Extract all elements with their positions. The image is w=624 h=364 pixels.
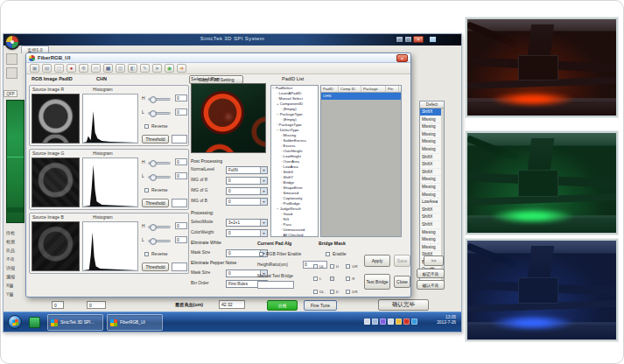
confirm-defect-button[interactable]: 确认不良 bbox=[417, 280, 445, 290]
reverse-checkbox[interactable] bbox=[144, 252, 149, 256]
defect-row[interactable]: ShiftX bbox=[420, 108, 444, 116]
defect-row[interactable]: ShiftX bbox=[420, 206, 444, 214]
zoom-icon[interactable]: ◫ bbox=[54, 64, 64, 73]
bridge-checkbox[interactable] bbox=[313, 264, 318, 269]
sidebar-qfp-tab[interactable]: QFP bbox=[4, 90, 18, 97]
bridge-cell-dl[interactable]: DL bbox=[313, 285, 330, 298]
manual-test-bridge-field[interactable] bbox=[257, 281, 294, 289]
confirm-complete-button[interactable]: 确认完毕 bbox=[378, 299, 429, 311]
fine-tune-button[interactable]: Fine Tune bbox=[304, 300, 337, 311]
sidebar-tool-2[interactable] bbox=[6, 67, 18, 79]
reverse-checkbox[interactable] bbox=[144, 124, 149, 129]
status-field-2[interactable]: 0 bbox=[87, 301, 106, 309]
compare-icon[interactable]: ◧ bbox=[128, 64, 137, 73]
threshold-button[interactable]: Threshold bbox=[142, 199, 169, 207]
bridge-cell-r[interactable]: R bbox=[346, 273, 362, 286]
minimize-button[interactable]: – bbox=[396, 36, 403, 43]
dialog-close-button[interactable]: × bbox=[396, 54, 408, 62]
status-field-1[interactable]: 0 bbox=[52, 301, 64, 309]
bridge-checkbox[interactable] bbox=[313, 290, 318, 294]
rgb-filter-checkbox[interactable] bbox=[259, 252, 263, 256]
defect-row[interactable]: Missing bbox=[420, 176, 444, 184]
network-icon[interactable] bbox=[411, 318, 417, 325]
antivirus-icon[interactable] bbox=[396, 318, 402, 325]
close-button[interactable]: × bbox=[413, 36, 424, 43]
defect-row[interactable]: Missing bbox=[420, 123, 444, 131]
defect-row[interactable]: ShiftX bbox=[420, 214, 444, 221]
hidden-icons-arrow[interactable] bbox=[364, 318, 370, 325]
help-icon[interactable]: ➜ bbox=[177, 64, 186, 73]
normallevel-select[interactable]: FullN bbox=[226, 166, 268, 174]
threshold-button[interactable]: Threshold bbox=[142, 135, 169, 144]
taskbar-clock[interactable]: 13:05 2012-7-26 bbox=[437, 315, 456, 326]
layers-icon[interactable]: ▥ bbox=[116, 64, 125, 73]
threshold-button[interactable]: Threshold bbox=[142, 262, 169, 271]
defect-list-header[interactable]: Defect bbox=[420, 102, 444, 108]
maximize-button[interactable]: □ bbox=[404, 36, 412, 43]
save-button[interactable]: Save bbox=[394, 255, 410, 267]
defect-row[interactable]: Missing bbox=[420, 138, 444, 146]
bridge-enable-checkbox[interactable] bbox=[326, 252, 330, 256]
help-button[interactable] bbox=[429, 36, 437, 43]
l-slider[interactable] bbox=[148, 240, 171, 242]
threshold-value-field[interactable] bbox=[172, 262, 187, 271]
l-value-field[interactable]: 0 bbox=[175, 236, 187, 243]
record-icon[interactable]: ● bbox=[67, 64, 76, 73]
test-bridge-button[interactable]: Test Bridge bbox=[364, 274, 390, 290]
defect-row[interactable]: Missing bbox=[420, 131, 444, 139]
defect-row[interactable]: Missing bbox=[420, 192, 444, 200]
l-value-field[interactable]: 0 bbox=[175, 108, 187, 116]
usb-icon[interactable] bbox=[372, 318, 378, 325]
bridge-checkbox[interactable] bbox=[346, 290, 350, 294]
defect-row[interactable]: ShiftX bbox=[420, 169, 444, 177]
tree-item[interactable]: · All Checked bbox=[271, 233, 318, 237]
h-slider[interactable] bbox=[148, 162, 171, 164]
expand-button[interactable]: >> bbox=[424, 256, 444, 266]
mark-defect-button[interactable]: 标记不良 bbox=[417, 269, 445, 278]
defect-row[interactable]: ShiftX bbox=[420, 221, 444, 229]
pencil-icon[interactable]: ✎ bbox=[140, 64, 150, 73]
l-slider[interactable] bbox=[148, 176, 171, 178]
ime-icon[interactable] bbox=[380, 318, 386, 325]
l-slider[interactable] bbox=[148, 112, 171, 115]
defect-row[interactable]: ShiftX bbox=[420, 154, 444, 162]
threshold-value-field[interactable] bbox=[172, 135, 187, 144]
cursor-icon[interactable]: ➤ bbox=[152, 64, 162, 73]
h-slider[interactable] bbox=[148, 98, 171, 101]
defect-row[interactable]: ShiftX bbox=[420, 161, 444, 169]
defect-row[interactable]: Missing bbox=[420, 229, 444, 237]
measure-icon[interactable]: ▭ bbox=[91, 64, 101, 73]
pass-button[interactable]: 合格 bbox=[267, 300, 298, 311]
img-of-b-select[interactable]: 0 bbox=[226, 198, 268, 206]
close-dialog-button[interactable]: Close bbox=[394, 276, 410, 288]
bridge-checkbox[interactable] bbox=[346, 264, 350, 269]
sidebar-tool-1[interactable] bbox=[6, 53, 18, 65]
defect-row[interactable]: Missing bbox=[420, 146, 444, 154]
move-icon[interactable]: ✥ bbox=[79, 64, 88, 73]
rgb-icon[interactable]: ◉ bbox=[165, 64, 174, 73]
img-of-g-select[interactable]: 0 bbox=[226, 187, 268, 195]
h-value-field[interactable]: 0 bbox=[175, 158, 187, 165]
bridge-checkbox[interactable] bbox=[330, 290, 334, 294]
alert-icon[interactable] bbox=[403, 318, 410, 325]
defect-row[interactable]: Missing bbox=[420, 184, 444, 192]
colorweight-select[interactable]: 0 bbox=[226, 229, 268, 237]
defect-row[interactable]: LowArea bbox=[420, 199, 444, 206]
defect-row[interactable]: Missing bbox=[420, 236, 444, 244]
open-icon[interactable]: ▣ bbox=[30, 64, 39, 73]
threshold-value-field[interactable] bbox=[172, 199, 187, 207]
desktop-shortcut-icon[interactable] bbox=[29, 317, 40, 328]
bridge-checkbox[interactable] bbox=[346, 276, 350, 281]
img-of-r-select[interactable]: 0 bbox=[226, 177, 268, 185]
apply-button[interactable]: Apply bbox=[364, 255, 390, 267]
bridge-cell-u[interactable]: U bbox=[330, 260, 347, 273]
bridge-cell-l[interactable]: L bbox=[313, 273, 330, 286]
bridge-checkbox[interactable] bbox=[313, 276, 318, 281]
bridge-cell-ur[interactable]: UR bbox=[346, 260, 362, 273]
start-button[interactable] bbox=[8, 315, 22, 329]
reverse-checkbox[interactable] bbox=[144, 188, 149, 192]
grid-icon[interactable]: ▦ bbox=[103, 64, 113, 73]
save-icon[interactable]: ▤ bbox=[42, 64, 52, 73]
l-value-field[interactable]: 0 bbox=[175, 172, 187, 179]
defect-row[interactable]: Missing bbox=[420, 244, 444, 252]
